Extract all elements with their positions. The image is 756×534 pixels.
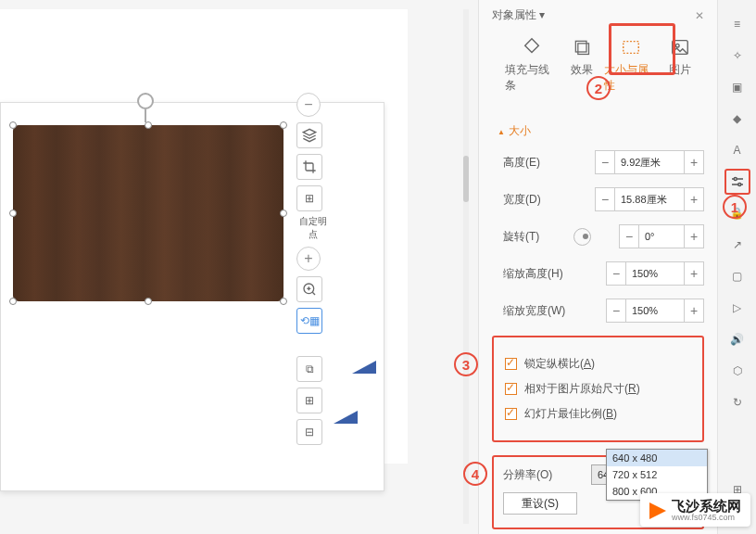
text-icon[interactable]: A xyxy=(724,137,750,163)
decor-triangle xyxy=(334,411,358,424)
dropdown-item[interactable]: 720 x 512 xyxy=(607,466,707,483)
watermark-logo-icon xyxy=(649,502,666,519)
section-size[interactable]: 大小 xyxy=(492,120,704,150)
resize-handle[interactable] xyxy=(280,210,287,217)
resize-handle[interactable] xyxy=(145,298,152,305)
height-value[interactable]: 9.92厘米 xyxy=(615,150,684,174)
sound-icon[interactable]: 🔊 xyxy=(724,326,750,352)
inc-button[interactable]: + xyxy=(684,150,704,174)
crop-icon[interactable] xyxy=(296,154,322,180)
dec-button[interactable]: − xyxy=(606,261,626,286)
svg-point-13 xyxy=(737,184,740,186)
checkbox-slide-best[interactable]: 幻灯片最佳比例(B) xyxy=(505,406,691,422)
rotate-dial[interactable] xyxy=(573,228,591,246)
height-label: 高度(E) xyxy=(503,155,573,171)
rotate-handle[interactable] xyxy=(137,93,154,109)
scale-w-label: 缩放宽度(W) xyxy=(503,303,573,319)
annotation-circle: 2 xyxy=(586,76,611,100)
rotate-label: 旋转(T) xyxy=(503,229,573,245)
svg-rect-6 xyxy=(577,44,588,55)
tool-label: 自定明点 xyxy=(296,215,330,241)
inc-button[interactable]: + xyxy=(684,299,704,323)
magnify-icon[interactable] xyxy=(296,276,322,302)
checkbox-group: 锁定纵横比(A) 相对于图片原始尺寸(R) 幻灯片最佳比例(B) xyxy=(492,336,704,442)
svg-rect-5 xyxy=(575,41,586,52)
section-position[interactable]: 位置 xyxy=(492,529,704,534)
checkbox-icon xyxy=(505,408,517,420)
inc-button[interactable]: + xyxy=(684,187,704,211)
panel-scrollbar-track xyxy=(463,9,469,524)
reset-image-icon[interactable]: ⟲▦ xyxy=(296,308,322,334)
decor-triangle xyxy=(352,361,376,374)
wood-texture-image xyxy=(13,125,284,301)
checkbox-icon xyxy=(505,358,517,370)
sparkle-icon[interactable]: ✧ xyxy=(724,43,750,69)
checkbox-icon xyxy=(505,383,517,395)
media-icon[interactable]: ▷ xyxy=(724,295,750,321)
resize-handle[interactable] xyxy=(280,298,287,305)
dec-button[interactable]: − xyxy=(606,299,626,323)
resize-handle[interactable] xyxy=(9,298,17,305)
svg-marker-0 xyxy=(303,129,315,135)
inc-button[interactable]: + xyxy=(684,224,704,248)
dec-button[interactable]: − xyxy=(595,187,615,211)
archive-icon[interactable]: ▢ xyxy=(724,263,750,289)
watermark-url: www.fs0745.com xyxy=(672,514,741,523)
canvas-area: − ⊞ 自定明点 + ⟲▦ ⧉ ⊞ ⊟ xyxy=(0,9,408,464)
row-rotate: 旋转(T) − 0° + xyxy=(492,224,704,248)
watermark-title: 飞沙系统网 xyxy=(672,499,741,515)
svg-line-2 xyxy=(312,292,315,295)
svg-point-9 xyxy=(675,44,679,47)
width-label: 宽度(D) xyxy=(503,192,573,208)
template-icon[interactable]: ▣ xyxy=(724,74,750,100)
panel-title[interactable]: 对象属性 ▾ xyxy=(492,7,545,23)
width-value[interactable]: 15.88厘米 xyxy=(615,187,684,211)
fill-icon xyxy=(521,36,543,58)
annotation-circle: 1 xyxy=(723,195,747,219)
scale-w-value[interactable]: 150% xyxy=(626,299,684,323)
floating-tools: − ⊞ 自定明点 + ⟲▦ ⧉ ⊞ ⊟ xyxy=(296,93,330,451)
history-icon[interactable]: ↻ xyxy=(724,389,750,415)
export-icon[interactable]: ↗ xyxy=(724,232,750,258)
annotation-circle: 3 xyxy=(454,352,478,376)
annotation-box xyxy=(609,23,675,75)
row-height: 高度(E) − 9.92厘米 + xyxy=(492,150,704,174)
checkbox-lock-aspect[interactable]: 锁定纵横比(A) xyxy=(505,356,691,372)
zoom-out-button[interactable]: − xyxy=(296,93,321,117)
selected-image[interactable] xyxy=(13,125,284,301)
hamburger-icon[interactable]: ≡ xyxy=(724,11,750,37)
watermark: 飞沙系统网 www.fs0745.com xyxy=(640,493,750,527)
resolution-label: 分辨率(O) xyxy=(503,467,552,483)
row-width: 宽度(D) − 15.88厘米 + xyxy=(492,187,704,211)
resize-handle[interactable] xyxy=(280,121,287,129)
zoom-plus-button[interactable]: + xyxy=(296,247,321,271)
dec-button[interactable]: − xyxy=(619,224,639,248)
reset-button[interactable]: 重设(S) xyxy=(503,492,577,515)
inc-button[interactable]: + xyxy=(684,261,704,286)
dropdown-item[interactable]: 640 x 480 xyxy=(607,450,707,466)
settings-slider-icon[interactable] xyxy=(724,169,750,195)
resize-handle[interactable] xyxy=(9,121,17,129)
ungroup-icon[interactable]: ⊟ xyxy=(296,419,322,445)
svg-point-11 xyxy=(734,178,737,181)
rotate-value[interactable]: 0° xyxy=(639,224,684,248)
resize-handle[interactable] xyxy=(145,121,152,129)
dec-button[interactable]: − xyxy=(595,150,615,174)
row-scale-h: 缩放高度(H) − 150% + xyxy=(492,261,704,286)
cube-icon[interactable]: ⬡ xyxy=(724,358,750,384)
scale-h-value[interactable]: 150% xyxy=(626,261,684,286)
group-icon[interactable]: ⊞ xyxy=(296,388,322,413)
resize-handle[interactable] xyxy=(9,210,17,217)
row-scale-w: 缩放宽度(W) − 150% + xyxy=(492,299,704,323)
effect-icon xyxy=(571,36,593,58)
shape-icon[interactable]: ◆ xyxy=(724,106,750,132)
panel-scrollbar-thumb[interactable] xyxy=(463,156,469,202)
duplicate-icon[interactable]: ⧉ xyxy=(296,356,322,382)
checkbox-relative-original[interactable]: 相对于图片原始尺寸(R) xyxy=(505,381,691,397)
annotation-circle: 4 xyxy=(463,462,487,486)
tab-fill[interactable]: 填充与线条 xyxy=(499,32,565,97)
layers-icon[interactable] xyxy=(296,122,322,148)
custom-points-icon[interactable]: ⊞ xyxy=(296,185,322,211)
scale-h-label: 缩放高度(H) xyxy=(503,266,573,282)
close-icon[interactable]: ✕ xyxy=(695,9,704,22)
